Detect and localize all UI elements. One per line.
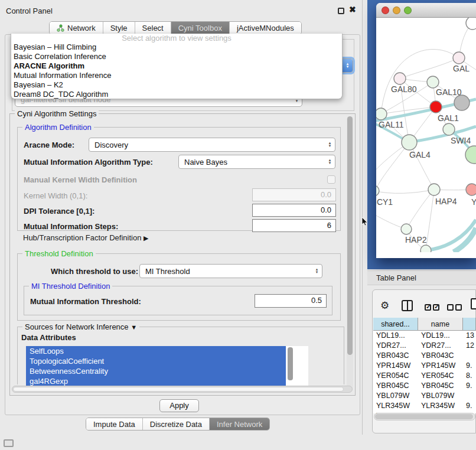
tab-select-label: Select — [142, 24, 164, 32]
algorithm-dropdown-popup: Select algorithm to view settings Bayesi… — [11, 34, 343, 99]
dropdown-item[interactable]: ARACNE Algorithm — [11, 61, 342, 71]
column-header-name[interactable]: name — [418, 318, 463, 330]
dropdown-item[interactable]: Dream8 DC_TDC Algorithm — [11, 90, 342, 99]
mac-close-button[interactable] — [382, 6, 389, 14]
table-horizontal-scrollbar[interactable] — [374, 413, 475, 420]
node-table[interactable]: shared... name YDL19...YDL19...13YDR27..… — [373, 318, 476, 413]
table-row[interactable]: YPR145WYPR145W9. — [373, 361, 476, 371]
tab-style[interactable]: Style — [103, 22, 135, 34]
tab-select[interactable]: Select — [135, 22, 171, 34]
split-pane-icon[interactable] — [402, 300, 413, 311]
gear-icon[interactable]: ⚙ — [380, 299, 389, 312]
node-gal11[interactable] — [376, 108, 387, 120]
attribute-item[interactable]: BetweennessCentrality — [26, 366, 286, 376]
mac-minimize-button[interactable] — [393, 6, 400, 14]
node-gal80[interactable] — [394, 73, 406, 84]
data-attributes-list[interactable]: SelfLoopsTopologicalCoefficientBetweenne… — [26, 346, 308, 389]
mac-zoom-button[interactable] — [404, 6, 412, 14]
tab-discretize-data[interactable]: Discretize Data — [143, 418, 210, 430]
node-hap2[interactable] — [401, 224, 412, 234]
node-gal10[interactable] — [427, 76, 439, 88]
scrollbar-thumb[interactable] — [347, 116, 353, 355]
node-hap4[interactable] — [428, 184, 440, 195]
table-cell — [463, 391, 476, 401]
dropdown-item[interactable]: Bayesian – K2 — [11, 80, 342, 90]
attribute-item[interactable]: SelfLoops — [26, 346, 286, 356]
table-row[interactable]: YER054CYER054C8. — [373, 371, 476, 381]
node-gal4[interactable] — [402, 135, 417, 150]
deselect-all-columns-icon[interactable] — [447, 302, 464, 313]
select-all-columns-icon[interactable]: ✓✓ — [425, 302, 441, 313]
expand-right-icon[interactable]: ▶ — [144, 234, 148, 242]
node-gal[interactable] — [453, 52, 465, 64]
sources-title[interactable]: Sources for Network Inference ▼ — [22, 322, 139, 331]
tab-impute-data[interactable]: Impute Data — [86, 418, 143, 430]
scrollbar-thumb[interactable] — [375, 414, 473, 419]
table-cell: YDR27... — [418, 341, 463, 351]
column-header-partial[interactable] — [463, 318, 476, 330]
manual-kernel-checkbox[interactable] — [327, 175, 335, 184]
dropdown-item[interactable]: Basic Correlation Inference — [11, 52, 342, 61]
close-panel-icon[interactable]: ✖ — [349, 5, 356, 14]
table-cell: YBR043C — [373, 351, 418, 361]
tab-cyni-toolbox[interactable]: Cyni Toolbox — [171, 22, 230, 34]
settings-vertical-scrollbar[interactable] — [347, 116, 353, 389]
table-row[interactable]: YLR345WYLR345W9. — [373, 401, 476, 411]
table-row[interactable]: YDL19...YDL19...13 — [373, 331, 476, 341]
attribute-item[interactable]: TopologicalCoefficient — [26, 356, 286, 366]
apply-button[interactable]: Apply — [159, 399, 199, 412]
column-header-shared-name[interactable]: shared... — [373, 318, 418, 330]
tab-infer-network[interactable]: Infer Network — [210, 418, 269, 430]
table-row[interactable]: YBR043CYBR043C — [373, 351, 476, 361]
table-cell: YLR345W — [373, 401, 418, 411]
hub-definition-section[interactable]: Hub/Transcription Factor Definition ▶ — [23, 233, 148, 242]
node-label: HAP4 — [435, 197, 457, 206]
tab-network[interactable]: Network — [50, 22, 103, 34]
combo-arrows-icon: ▲▼ — [343, 59, 353, 72]
network-canvas[interactable]: GALGAL80GAL10GAL1GAL11SWI4GAL4GCY1HAP4YH… — [376, 18, 476, 252]
settings-horizontal-scrollbar[interactable] — [12, 386, 353, 393]
table-row[interactable]: YBL079WYBL079W — [373, 391, 476, 401]
tab-jactivemnodules[interactable]: jActiveMNodules — [230, 22, 301, 34]
aracne-mode-value: Discovery — [94, 141, 128, 149]
table-row[interactable]: YDR27...YDR27...12 — [373, 341, 476, 351]
node[interactable] — [465, 146, 476, 164]
attribute-item[interactable]: gal4RGexp — [26, 376, 286, 386]
mi-type-combo[interactable]: Naive Bayes ▲▼ — [178, 155, 335, 169]
mi-type-value: Naive Bayes — [184, 158, 227, 167]
table-cell: YBR043C — [418, 351, 463, 361]
table-cell: 9. — [463, 361, 476, 371]
list-scrollbar[interactable] — [288, 347, 293, 380]
dpi-tolerance-field[interactable]: 0.0 — [252, 204, 336, 217]
collapse-down-icon[interactable]: ▼ — [131, 324, 137, 331]
network-view-window[interactable]: GALGAL80GAL10GAL1GAL11SWI4GAL4GCY1HAP4YH… — [376, 3, 476, 258]
float-panel-icon[interactable] — [338, 8, 344, 14]
node-label: SWI4 — [451, 136, 471, 145]
mi-type-label: Mutual Information Algorithm Type: — [24, 158, 153, 167]
tab-network-label: Network — [67, 24, 96, 32]
node[interactable] — [454, 95, 470, 110]
aracne-mode-combo[interactable]: Discovery ▲▼ — [89, 138, 335, 152]
node-gal1[interactable] — [430, 101, 442, 113]
which-threshold-combo[interactable]: MI Threshold ▲▼ — [139, 264, 322, 278]
node-gcy1[interactable] — [376, 185, 379, 196]
table-cell: YDL19... — [418, 331, 463, 341]
collapsed-panel-icon[interactable] — [4, 439, 14, 447]
node[interactable] — [420, 245, 431, 252]
dropdown-item[interactable]: Bayesian – Hill Climbing — [11, 43, 342, 52]
scrollbar-thumb[interactable] — [13, 387, 344, 392]
kernel-width-field[interactable]: 0.0 — [252, 188, 336, 201]
tab-discretize-data-label: Discretize Data — [150, 420, 202, 429]
node[interactable] — [466, 18, 476, 30]
node-y[interactable] — [466, 184, 476, 195]
table-row[interactable]: YBR045CYBR045C9. — [373, 381, 476, 391]
export-table-icon[interactable] — [471, 298, 476, 309]
node-swi4[interactable] — [443, 123, 455, 135]
dropdown-item[interactable]: Mutual Information Inference — [11, 71, 342, 80]
network-window-titlebar[interactable] — [376, 3, 476, 18]
mi-threshold-field[interactable]: 0.5 — [255, 294, 327, 308]
table-rows: YDL19...YDL19...13YDR27...YDR27...12YBR0… — [373, 331, 476, 413]
which-threshold-label: Which threshold to use: — [51, 267, 138, 276]
cyni-algorithm-settings-panel: Cyni Algorithm Settings Algorithm Defini… — [9, 113, 356, 396]
mi-steps-field[interactable]: 6 — [252, 219, 336, 232]
